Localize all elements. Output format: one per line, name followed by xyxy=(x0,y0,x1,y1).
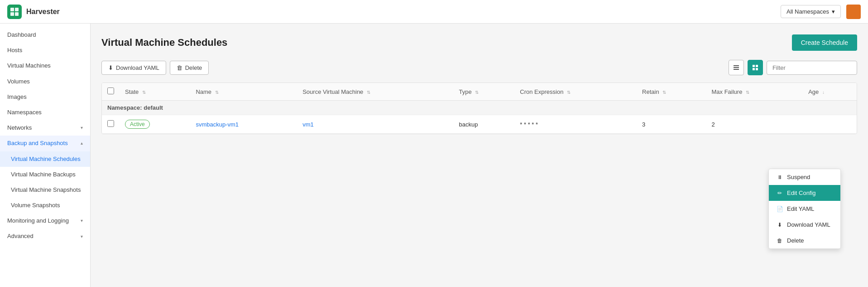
sidebar-item-monitoring-logging[interactable]: Monitoring and Logging ▾ xyxy=(0,213,90,229)
row-max-failure: 2 xyxy=(711,121,715,128)
dropdown-item-delete[interactable]: 🗑 Delete xyxy=(769,233,840,248)
sidebar-item-networks[interactable]: Networks ▾ xyxy=(0,120,90,136)
col-cron: Cron Expression ⇅ xyxy=(514,83,637,101)
sidebar-label-virtual-machines: Virtual Machines xyxy=(7,62,51,70)
sidebar-label-vm-snapshots: Virtual Machine Snapshots xyxy=(11,186,81,194)
grid-view-button[interactable] xyxy=(748,60,763,75)
state-sort-icon: ⇅ xyxy=(142,90,146,95)
sidebar-label-hosts: Hosts xyxy=(7,46,22,54)
namespace-label: Namespace: xyxy=(107,104,144,111)
sidebar-item-advanced[interactable]: Advanced ▾ xyxy=(0,229,90,244)
row-source-vm-cell: vm1 xyxy=(297,115,453,134)
row-cron: * * * * * xyxy=(520,121,538,128)
sidebar-label-backup-snapshots: Backup and Snapshots xyxy=(7,139,68,147)
dropdown-item-edit-config[interactable]: ✏ Edit Config xyxy=(769,185,840,201)
suspend-label: Suspend xyxy=(787,174,810,180)
svg-rect-9 xyxy=(753,68,755,70)
schedule-name-link[interactable]: svmbackup-vm1 xyxy=(196,121,239,128)
dropdown-item-download-yaml[interactable]: ⬇ Download YAML xyxy=(769,217,840,233)
row-name-cell: svmbackup-vm1 xyxy=(190,115,297,134)
source-vm-link[interactable]: vm1 xyxy=(302,121,314,128)
row-checkbox[interactable] xyxy=(107,120,114,127)
edit-yaml-icon: 📄 xyxy=(776,206,783,212)
edit-config-label: Edit Config xyxy=(787,190,816,196)
sidebar-item-virtual-machines[interactable]: Virtual Machines xyxy=(0,58,90,73)
age-sort-icon: ↓ xyxy=(822,90,825,95)
retain-sort-icon: ⇅ xyxy=(662,90,666,95)
row-max-failure-cell: 2 xyxy=(706,115,803,134)
list-icon xyxy=(733,64,740,71)
list-view-button[interactable] xyxy=(729,60,744,75)
content-area: Virtual Machine Schedules Create Schedul… xyxy=(91,24,868,287)
sidebar-item-vm-schedules[interactable]: Virtual Machine Schedules xyxy=(0,151,90,167)
col-age: Age ↓ xyxy=(803,83,857,101)
download-yaml-label: Download YAML xyxy=(116,64,159,71)
sidebar-item-images[interactable]: Images xyxy=(0,89,90,105)
sidebar-item-backup-snapshots[interactable]: Backup and Snapshots ▴ xyxy=(0,136,90,151)
select-all-checkbox[interactable] xyxy=(107,88,114,94)
sidebar-item-volumes[interactable]: Volumes xyxy=(0,74,90,89)
download-yaml-button[interactable]: ⬇ Download YAML xyxy=(101,61,166,75)
grid-icon xyxy=(752,64,759,71)
select-all-header xyxy=(102,83,120,101)
dropdown-item-edit-yaml[interactable]: 📄 Edit YAML xyxy=(769,201,840,217)
sidebar-label-images: Images xyxy=(7,93,27,101)
advanced-chevron-icon: ▾ xyxy=(81,233,83,240)
svg-rect-3 xyxy=(15,12,19,16)
sidebar-label-volumes: Volumes xyxy=(7,78,30,86)
table-header-row: State ⇅ Name ⇅ Source Virtual Machine ⇅ … xyxy=(102,83,857,101)
dropdown-delete-icon: 🗑 xyxy=(776,238,783,244)
sidebar-item-dashboard[interactable]: Dashboard xyxy=(0,27,90,43)
topbar-left: Harvester xyxy=(7,5,60,19)
col-source-vm: Source Virtual Machine ⇅ xyxy=(297,83,453,101)
toolbar: ⬇ Download YAML 🗑 Delete xyxy=(101,60,857,75)
namespace-row: Namespace: default xyxy=(102,101,857,115)
page-title: Virtual Machine Schedules xyxy=(101,37,227,49)
row-cron-cell: * * * * * xyxy=(514,115,637,134)
sidebar-label-dashboard: Dashboard xyxy=(7,31,36,39)
sidebar-label-advanced: Advanced xyxy=(7,232,34,240)
table-container: State ⇅ Name ⇅ Source Virtual Machine ⇅ … xyxy=(101,83,857,134)
topbar-right: All Namespaces ▾ xyxy=(781,5,861,19)
context-dropdown-menu: ⏸ Suspend ✏ Edit Config 📄 Edit YAML ⬇ Do… xyxy=(768,169,841,249)
row-age-cell xyxy=(803,115,857,134)
download-icon: ⬇ xyxy=(108,64,113,71)
sidebar-label-vm-schedules: Virtual Machine Schedules xyxy=(11,155,81,163)
dropdown-item-suspend[interactable]: ⏸ Suspend xyxy=(769,169,840,185)
delete-button[interactable]: 🗑 Delete xyxy=(170,61,209,75)
row-state-cell: Active xyxy=(120,115,190,134)
dropdown-download-yaml-label: Download YAML xyxy=(787,221,830,228)
source-vm-sort-icon: ⇅ xyxy=(367,90,370,95)
namespace-value: default xyxy=(144,104,163,111)
sidebar-label-vm-backups: Virtual Machine Backups xyxy=(11,170,76,179)
row-type-cell: backup xyxy=(454,115,515,134)
row-type: backup xyxy=(459,121,478,128)
namespace-selector[interactable]: All Namespaces ▾ xyxy=(781,5,841,18)
sidebar-item-hosts[interactable]: Hosts xyxy=(0,43,90,58)
sidebar-item-vm-backups[interactable]: Virtual Machine Backups xyxy=(0,167,90,182)
svg-rect-7 xyxy=(753,65,755,67)
delete-label: Delete xyxy=(185,64,202,71)
main-layout: Dashboard Hosts Virtual Machines Volumes… xyxy=(0,24,868,287)
svg-rect-8 xyxy=(756,65,758,67)
col-retain: Retain ⇅ xyxy=(637,83,706,101)
sidebar-item-vm-snapshots[interactable]: Virtual Machine Snapshots xyxy=(0,182,90,198)
sidebar-item-volume-snapshots[interactable]: Volume Snapshots xyxy=(0,198,90,213)
dropdown-delete-label: Delete xyxy=(787,237,804,244)
create-schedule-button[interactable]: Create Schedule xyxy=(792,34,857,51)
max-failure-sort-icon: ⇅ xyxy=(746,90,749,95)
edit-yaml-label: Edit YAML xyxy=(787,205,814,212)
table-row: Active svmbackup-vm1 vm1 backup * * * * xyxy=(102,115,857,134)
svg-rect-4 xyxy=(734,65,739,66)
col-max-failure: Max Failure ⇅ xyxy=(706,83,803,101)
sidebar-item-namespaces[interactable]: Namespaces xyxy=(0,105,90,120)
filter-input[interactable] xyxy=(767,61,857,75)
namespace-chevron: ▾ xyxy=(832,8,835,15)
namespace-cell: Namespace: default xyxy=(102,101,857,115)
sidebar-label-networks: Networks xyxy=(7,124,32,132)
user-avatar[interactable] xyxy=(846,5,861,19)
backup-snapshots-chevron-icon: ▴ xyxy=(81,140,83,146)
sidebar: Dashboard Hosts Virtual Machines Volumes… xyxy=(0,24,91,287)
col-name: Name ⇅ xyxy=(190,83,297,101)
cron-sort-icon: ⇅ xyxy=(567,90,571,95)
